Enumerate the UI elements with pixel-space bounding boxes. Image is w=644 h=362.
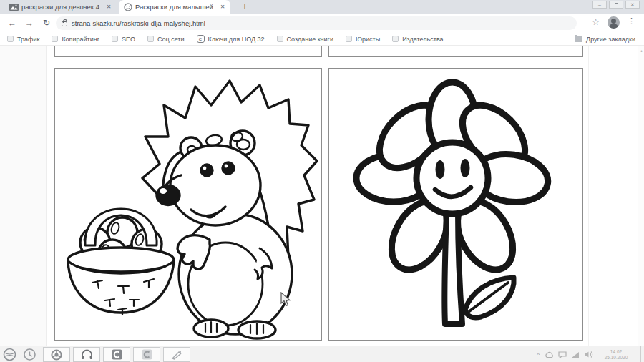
network-icon[interactable]	[571, 351, 580, 358]
coloring-image-flower[interactable]	[328, 68, 583, 341]
tab-close-icon[interactable]: ✕	[104, 3, 113, 11]
previous-row-image-left[interactable]	[54, 46, 322, 57]
clock-time: 14:02	[597, 349, 635, 355]
bookmark-social[interactable]: Соц.сети	[147, 36, 185, 43]
mouse-cursor	[280, 292, 291, 307]
tab-title: Раскраски для малышей - Стр	[135, 3, 215, 11]
page-left-margin	[0, 46, 47, 346]
tab-close-icon[interactable]: ✕	[218, 3, 227, 11]
chrome-icon	[51, 349, 62, 361]
taskbar-app-paint[interactable]	[163, 347, 190, 362]
e-badge-icon: e	[197, 35, 205, 43]
taskbar-app-c-light[interactable]	[133, 347, 160, 362]
window-restore-button[interactable]	[609, 1, 623, 9]
page-icon	[147, 36, 154, 42]
bookmark-publishers[interactable]: Издательства	[392, 36, 443, 43]
taskbar-app-c-dark[interactable]	[103, 347, 130, 362]
bookmark-copywriting[interactable]: Копирайтинг	[52, 36, 99, 43]
reload-button[interactable]: ↻	[40, 16, 53, 29]
tray-expand-icon[interactable]: ^	[537, 351, 540, 358]
tab-strip: раскраски для девочек 4 тыс и ✕ Раскраск…	[0, 0, 644, 14]
previous-row-image-right[interactable]	[328, 46, 583, 57]
window-close-button[interactable]: ✕	[625, 1, 640, 9]
pen-icon	[171, 350, 182, 360]
page-icon	[112, 36, 118, 42]
image-search-icon	[9, 4, 19, 11]
other-bookmarks-button[interactable]: Другие закладки	[575, 36, 635, 43]
address-bar[interactable]: strana-skazki.ru/raskraski-dlja-malyshej…	[56, 16, 577, 30]
page-icon	[346, 36, 352, 42]
page-icon	[7, 36, 14, 42]
page-content: ▲	[0, 46, 644, 346]
profile-avatar[interactable]	[608, 16, 620, 29]
bookmarks-bar: Трафик Копирайтинг SEO Соц.сети eКлючи д…	[0, 33, 644, 46]
scroll-up-arrow[interactable]: ▲	[639, 49, 644, 53]
bookmark-seo[interactable]: SEO	[112, 36, 135, 43]
headphones-icon	[81, 349, 93, 360]
tab-coloring-toddlers[interactable]: Раскраски для малышей - Стр ✕	[119, 0, 230, 14]
bookmark-traffic[interactable]: Трафик	[7, 36, 39, 43]
bookmark-keys-nod[interactable]: eКлючи для НОД 32	[197, 35, 265, 43]
clock-date: 25.10.2020	[597, 355, 635, 361]
taskbar-app-audio[interactable]	[73, 347, 100, 362]
smiley-site-icon	[124, 3, 132, 11]
folder-icon	[575, 36, 582, 42]
taskbar: ^ 14:02 25.10.2020	[0, 346, 644, 362]
bookmark-bookmaking[interactable]: Создание книги	[277, 36, 333, 43]
desktop-screen: раскраски для девочек 4 тыс и ✕ Раскраск…	[0, 0, 644, 362]
page-icon	[52, 36, 58, 42]
browser-menu-icon[interactable]: ⋮	[628, 16, 635, 26]
page-icon	[392, 36, 399, 42]
volume-icon[interactable]	[584, 351, 593, 358]
back-button[interactable]: ←	[6, 16, 19, 29]
light-c-app-icon	[142, 349, 152, 360]
search-clock-icon[interactable]	[23, 348, 36, 361]
new-tab-button[interactable]: +	[239, 1, 250, 13]
page-icon	[277, 36, 283, 42]
page-right-margin-line	[588, 46, 589, 346]
window-minimize-button[interactable]: –	[592, 1, 607, 9]
cloud-icon[interactable]	[545, 351, 554, 358]
tab-title: раскраски для девочек 4 тыс и	[21, 3, 102, 11]
bookmark-star-icon[interactable]: ☆	[592, 17, 600, 27]
url-text[interactable]: strana-skazki.ru/raskraski-dlja-malyshej…	[72, 19, 205, 27]
page-scrollbar[interactable]: ▲	[638, 46, 644, 346]
flower-drawing	[329, 69, 582, 340]
tab-coloring-girls[interactable]: раскраски для девочек 4 тыс и ✕	[4, 0, 117, 14]
padlock-icon	[62, 21, 67, 26]
browser-toolbar: ← → ↻ strana-skazki.ru/raskraski-dlja-ma…	[0, 14, 644, 33]
chat-bubble-icon[interactable]	[558, 351, 567, 358]
tray-clock[interactable]: 14:02 25.10.2020	[597, 349, 635, 360]
restore-icon	[615, 3, 618, 6]
forward-button[interactable]: →	[23, 16, 36, 29]
start-button-icon[interactable]	[3, 348, 16, 361]
taskbar-app-chrome[interactable]	[43, 347, 70, 362]
bookmark-lawyers[interactable]: Юристы	[346, 36, 380, 43]
show-desktop-button[interactable]	[640, 346, 644, 362]
system-tray: ^ 14:02 25.10.2020	[537, 346, 644, 362]
dark-c-app-icon	[112, 349, 122, 360]
